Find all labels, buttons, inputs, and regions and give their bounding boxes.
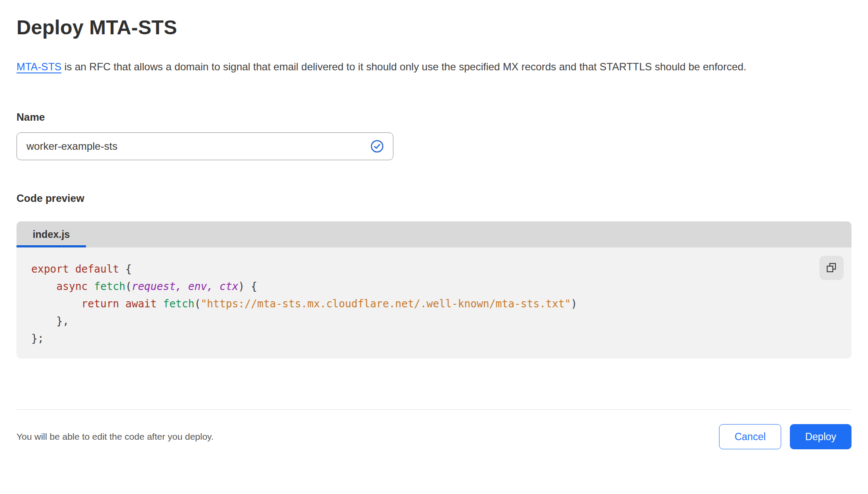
page-title: Deploy MTA-STS bbox=[17, 16, 851, 39]
check-circle-icon bbox=[370, 140, 384, 153]
cancel-button[interactable]: Cancel bbox=[719, 424, 781, 449]
footer-row: You will be able to edit the code after … bbox=[17, 424, 851, 449]
code-preview-label: Code preview bbox=[17, 192, 851, 204]
footer-actions: Cancel Deploy bbox=[719, 424, 851, 449]
footer-note: You will be able to edit the code after … bbox=[17, 431, 214, 442]
code-preview-card: index.js export default { async fetch(re… bbox=[17, 221, 851, 359]
description-text: is an RFC that allows a domain to signal… bbox=[62, 61, 746, 72]
tab-index-js[interactable]: index.js bbox=[17, 221, 86, 247]
description: MTA-STS is an RFC that allows a domain t… bbox=[17, 57, 833, 76]
footer-divider bbox=[17, 409, 851, 410]
deploy-button[interactable]: Deploy bbox=[790, 424, 851, 449]
mta-sts-link[interactable]: MTA-STS bbox=[17, 61, 62, 72]
name-input[interactable] bbox=[17, 132, 393, 160]
name-label: Name bbox=[17, 111, 851, 123]
copy-code-button[interactable] bbox=[819, 256, 844, 280]
code-block: export default { async fetch(request, en… bbox=[31, 260, 821, 347]
name-input-wrap bbox=[17, 132, 393, 160]
deploy-mta-sts-page: Deploy MTA-STS MTA-STS is an RFC that al… bbox=[0, 16, 868, 494]
copy-icon bbox=[825, 262, 838, 274]
code-tab-bar: index.js bbox=[17, 221, 851, 247]
code-area: export default { async fetch(request, en… bbox=[17, 247, 851, 359]
